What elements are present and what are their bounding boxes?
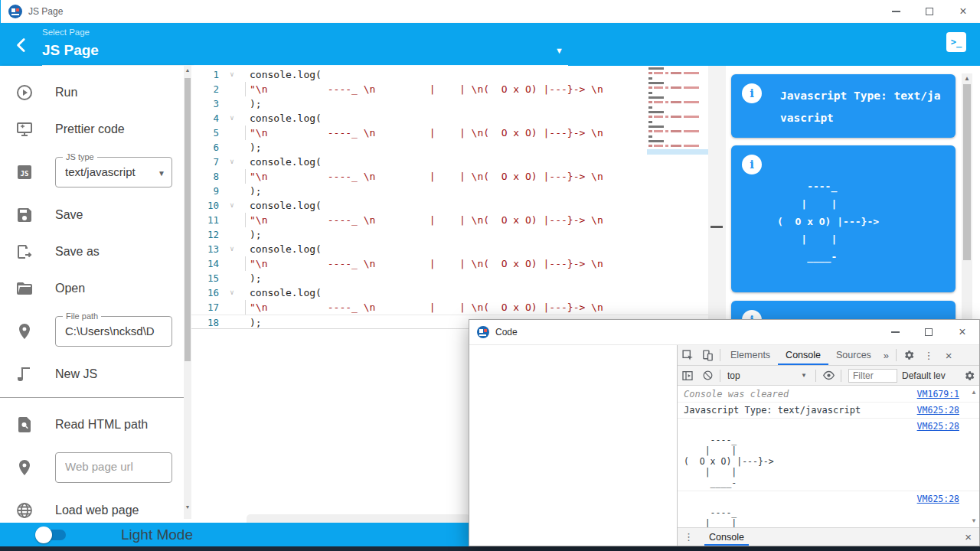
editor-line-2[interactable]: 2"\n ----_ \n | | \n( O x O) |---}-> \n: [191, 82, 708, 96]
sidebar-scrollbar[interactable]: ▲ ▼: [184, 66, 191, 519]
fold-chevron-icon[interactable]: ∨: [227, 285, 237, 300]
device-toolbar-button[interactable]: [697, 345, 717, 365]
window-title: JS Page: [28, 6, 63, 17]
file-path-value: C:\Users\ncksd\D: [65, 324, 165, 337]
maximize-button[interactable]: [912, 320, 946, 344]
sidebar-item-new-js[interactable]: New JS: [0, 361, 184, 387]
line-number: 4: [191, 111, 227, 126]
console-filter-input[interactable]: [848, 369, 897, 383]
scrollbar-thumb[interactable]: [963, 84, 971, 260]
js-type-select[interactable]: JS type text/javascript ▼: [55, 157, 172, 187]
editor-line-5[interactable]: 5"\n ----_ \n | | \n( O x O) |---}-> \n: [191, 126, 708, 140]
minimap-line: [648, 121, 652, 123]
scrollbar-thumb[interactable]: [185, 78, 191, 361]
tab-elements[interactable]: Elements: [723, 345, 778, 365]
editor-line-15[interactable]: 15);: [191, 271, 708, 285]
fold-chevron-icon[interactable]: ∨: [227, 111, 237, 126]
maximize-button[interactable]: [913, 0, 946, 23]
close-button[interactable]: ×: [946, 0, 980, 23]
fold-chevron-icon[interactable]: ∨: [227, 155, 237, 169]
sidebar-item-prettier[interactable]: Prettier code: [0, 116, 184, 142]
editor-horizontal-scrollbar[interactable]: [247, 514, 470, 523]
console-messages[interactable]: Console was clearedVM1679:1Javascript Ty…: [678, 386, 979, 527]
code-text: console.log(: [237, 155, 322, 169]
close-drawer-button[interactable]: ×: [965, 530, 972, 543]
editor-line-8[interactable]: 8"\n ----_ \n | | \n( O x O) |---}-> \n: [191, 169, 708, 184]
source-link[interactable]: VM625:28: [917, 421, 959, 432]
sidebar-item-save-as[interactable]: Save as: [0, 239, 184, 265]
source-link[interactable]: VM625:28: [917, 494, 959, 504]
editor-line-9[interactable]: 9);: [191, 184, 708, 198]
code-text: console.log(: [237, 198, 322, 213]
scroll-up-icon[interactable]: ▲: [971, 389, 977, 396]
context-selector[interactable]: top ▼: [723, 370, 813, 381]
minimize-button[interactable]: [879, 0, 913, 23]
open-console-button[interactable]: >_: [946, 32, 966, 52]
sidebar-item-read-html[interactable]: Read HTML path: [0, 412, 184, 438]
settings-button[interactable]: [899, 345, 919, 365]
editor-line-7[interactable]: 7∨console.log(: [191, 155, 708, 169]
minimize-icon: [891, 331, 900, 333]
fold-chevron-icon[interactable]: ∨: [227, 198, 237, 213]
editor-line-1[interactable]: 1∨console.log(: [191, 67, 708, 82]
gutter-spacer: [227, 300, 237, 315]
fold-chevron-icon[interactable]: ∨: [227, 67, 237, 82]
page-select[interactable]: JS Page ▼: [42, 40, 568, 66]
minimap-line: [648, 116, 652, 118]
close-devtools-button[interactable]: ×: [939, 345, 959, 365]
log-levels-select[interactable]: Default lev: [902, 370, 954, 381]
console-settings-button[interactable]: [959, 366, 979, 385]
editor-line-13[interactable]: 13∨console.log(: [191, 242, 708, 256]
tab-console[interactable]: Console: [778, 345, 828, 365]
file-path-input[interactable]: File path C:\Users\ncksd\D: [55, 316, 172, 347]
info-card: i ----_ | | ( O x O) |---}-> | | ____-: [731, 145, 956, 292]
clear-console-button[interactable]: [697, 366, 717, 385]
code-text: "\n ----_ \n | | \n( O x O) |---}-> \n: [237, 300, 603, 315]
web-url-placeholder: Web page url: [65, 460, 165, 473]
devtools-menu-button[interactable]: ⋮: [919, 345, 939, 365]
scroll-down-icon[interactable]: ▼: [184, 504, 191, 510]
live-expression-button[interactable]: [818, 366, 838, 385]
tab-sources[interactable]: Sources: [828, 345, 879, 365]
code-text: console.log(: [237, 67, 322, 82]
drawer-tab-console[interactable]: Console: [704, 528, 749, 546]
app-logo-icon: [477, 326, 489, 338]
more-tabs-button[interactable]: »: [879, 350, 893, 361]
sidebar-item-save[interactable]: Save: [0, 202, 184, 228]
page-select-value: JS Page: [42, 42, 99, 59]
console-sidebar-button[interactable]: [678, 366, 697, 385]
editor-line-3[interactable]: 3);: [191, 96, 708, 111]
sidebar-item-run[interactable]: Run: [0, 80, 184, 106]
editor-line-11[interactable]: 11"\n ----_ \n | | \n( O x O) |---}-> \n: [191, 213, 708, 227]
minimize-button[interactable]: [878, 320, 912, 344]
kebab-menu-icon[interactable]: ⋮: [684, 531, 694, 543]
sidebar-item-load-web[interactable]: Load web page: [0, 497, 184, 523]
scroll-down-icon[interactable]: ▼: [971, 517, 977, 524]
editor-line-6[interactable]: 6);: [191, 140, 708, 155]
editor-line-17[interactable]: 17"\n ----_ \n | | \n( O x O) |---}-> \n: [191, 300, 708, 315]
light-mode-toggle[interactable]: [38, 530, 66, 540]
back-button[interactable]: [12, 35, 32, 55]
editor-line-16[interactable]: 16∨console.log(: [191, 285, 708, 300]
scroll-up-icon[interactable]: ▲: [962, 75, 972, 82]
inspect-element-button[interactable]: [678, 345, 697, 365]
scroll-up-icon[interactable]: ▲: [184, 67, 191, 73]
editor-minimap[interactable]: [647, 66, 708, 173]
title-bar: JS Page ×: [0, 0, 980, 23]
editor-line-4[interactable]: 4∨console.log(: [191, 111, 708, 126]
minimap-line: [671, 101, 681, 103]
gutter-spacer: [227, 126, 237, 140]
close-button[interactable]: ×: [946, 320, 979, 344]
editor-line-12[interactable]: 12);: [191, 227, 708, 242]
chevron-left-icon: [12, 35, 32, 55]
editor-line-14[interactable]: 14"\n ----_ \n | | \n( O x O) |---}-> \n: [191, 256, 708, 271]
web-url-input[interactable]: Web page url: [55, 452, 172, 483]
fold-chevron-icon[interactable]: ∨: [227, 242, 237, 256]
source-link[interactable]: VM1679:1: [917, 389, 959, 399]
source-link[interactable]: VM625:28: [917, 405, 959, 416]
ascii-art-output: ----_ | | ( O x O) |---}-> | | ____-: [684, 507, 973, 527]
code-text: "\n ----_ \n | | \n( O x O) |---}-> \n: [237, 256, 603, 271]
editor-line-10[interactable]: 10∨console.log(: [191, 198, 708, 213]
sidebar-item-open[interactable]: Open: [0, 276, 184, 302]
ascii-art-output: ----_ | | ( O x O) |---}-> | | ____-: [684, 435, 973, 488]
